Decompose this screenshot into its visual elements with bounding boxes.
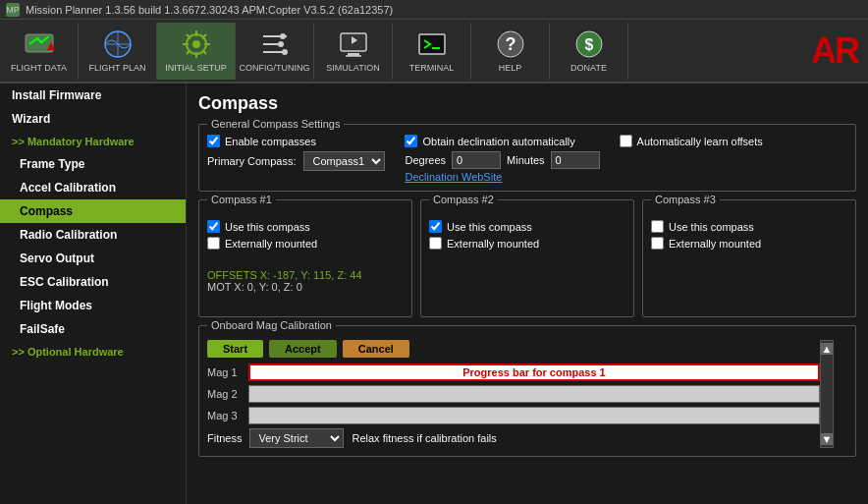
initial-setup-label: INITIAL SETUP xyxy=(165,63,227,73)
sidebar-item-frame-type[interactable]: Frame Type xyxy=(0,152,186,176)
compass3-panel: Compass #3 Use this compass Externally m… xyxy=(642,199,856,317)
toolbar-donate[interactable]: $ DONATE xyxy=(550,23,628,80)
minutes-label: Minutes xyxy=(507,154,545,166)
auto-learn-checkbox[interactable] xyxy=(620,135,632,147)
sidebar-item-flight-modes[interactable]: Flight Modes xyxy=(0,294,186,317)
declination-website-link[interactable]: Declination WebSite xyxy=(405,171,502,183)
sidebar-item-failsafe[interactable]: FailSafe xyxy=(0,317,186,341)
fitness-select[interactable]: Very Strict Strict Default Relaxed Very … xyxy=(249,428,344,448)
compass2-use-label: Use this compass xyxy=(447,221,532,233)
flight-plan-icon xyxy=(102,28,134,60)
general-settings-panel: General Compass Settings Enable compasse… xyxy=(198,124,856,192)
cancel-button[interactable]: Cancel xyxy=(343,340,409,358)
toolbar-simulation[interactable]: SIMULATION xyxy=(314,23,393,80)
toolbar: FLIGHT DATA FLIGHT PLAN INITIAL SETUP xyxy=(0,20,868,84)
svg-text:$: $ xyxy=(584,36,593,53)
mag1-progress-container: Progress bar for compass 1 xyxy=(248,364,820,381)
svg-point-4 xyxy=(192,40,200,48)
page-title: Compass xyxy=(198,93,856,114)
mag3-progress-container xyxy=(248,407,820,424)
compass2-ext-checkbox[interactable] xyxy=(429,237,442,250)
compass-panels: Compass #1 Use this compass Externally m… xyxy=(198,199,856,317)
relax-label: Relax fitness if calibration fails xyxy=(352,432,496,444)
initial-setup-icon xyxy=(181,28,212,60)
sidebar-item-wizard[interactable]: Wizard xyxy=(0,107,186,131)
mag3-label: Mag 3 xyxy=(207,410,243,421)
obtain-declination-checkbox[interactable] xyxy=(405,135,417,147)
simulation-icon xyxy=(338,28,369,60)
mag-cal-title: Onboard Mag Calibration xyxy=(207,319,336,331)
mag1-progress-text: Progress bar for compass 1 xyxy=(250,365,818,379)
mag-cal-scrollbar[interactable]: ▲ ▼ xyxy=(820,340,834,448)
terminal-icon xyxy=(416,28,448,60)
compass2-title: Compass #2 xyxy=(429,194,498,205)
compass3-use-checkbox[interactable] xyxy=(651,220,664,233)
donate-label: DONATE xyxy=(570,63,607,73)
mag2-progress-container xyxy=(248,385,820,403)
main-layout: Install Firmware Wizard >> Mandatory Har… xyxy=(0,84,868,504)
fitness-row: Fitness Very Strict Strict Default Relax… xyxy=(207,428,820,448)
minutes-input[interactable] xyxy=(551,151,600,169)
flight-plan-label: FLIGHT PLAN xyxy=(89,63,146,73)
scroll-up[interactable]: ▲ xyxy=(821,343,833,355)
mag1-label: Mag 1 xyxy=(207,366,243,378)
compass1-use-label: Use this compass xyxy=(225,221,310,233)
logo-text: AR xyxy=(811,30,858,72)
compass2-ext-label: Externally mounted xyxy=(447,238,539,250)
toolbar-flight-data[interactable]: FLIGHT DATA xyxy=(0,23,79,80)
sidebar-item-install-firmware[interactable]: Install Firmware xyxy=(0,84,186,107)
svg-rect-10 xyxy=(419,34,445,54)
simulation-label: SIMULATION xyxy=(326,63,379,73)
flight-data-icon xyxy=(24,28,55,60)
toolbar-terminal[interactable]: TERMINAL xyxy=(393,23,471,80)
toolbar-help[interactable]: ? HELP xyxy=(471,23,550,80)
general-settings-title: General Compass Settings xyxy=(207,118,344,130)
help-label: HELP xyxy=(499,63,522,73)
compass3-ext-label: Externally mounted xyxy=(669,238,761,250)
accept-button[interactable]: Accept xyxy=(269,340,337,358)
svg-point-5 xyxy=(280,33,286,39)
cal-buttons: Start Accept Cancel xyxy=(207,340,820,358)
enable-compasses-label: Enable compasses xyxy=(225,136,316,147)
sidebar-item-radio-cal[interactable]: Radio Calibration xyxy=(0,223,186,247)
degrees-label: Degrees xyxy=(405,154,446,166)
sidebar-item-servo-output[interactable]: Servo Output xyxy=(0,247,186,270)
app-icon: MP xyxy=(6,3,20,17)
primary-compass-label: Primary Compass: xyxy=(207,155,296,167)
flight-data-label: FLIGHT DATA xyxy=(11,63,67,73)
compass1-ext-checkbox[interactable] xyxy=(207,237,220,250)
compass1-title: Compass #1 xyxy=(207,194,276,205)
mag2-row: Mag 2 xyxy=(207,385,820,403)
degrees-input[interactable] xyxy=(452,151,501,169)
compass3-ext-checkbox[interactable] xyxy=(651,237,664,250)
donate-icon: $ xyxy=(573,28,605,60)
compass2-use-checkbox[interactable] xyxy=(429,220,442,233)
compass1-use-checkbox[interactable] xyxy=(207,220,220,233)
compass1-panel: Compass #1 Use this compass Externally m… xyxy=(198,199,412,317)
start-button[interactable]: Start xyxy=(207,340,263,358)
fitness-label: Fitness xyxy=(207,432,242,444)
mag3-row: Mag 3 xyxy=(207,407,820,424)
mag1-row: Mag 1 Progress bar for compass 1 xyxy=(207,364,820,381)
config-tuning-icon xyxy=(259,28,291,60)
sidebar-item-compass[interactable]: Compass xyxy=(0,199,186,223)
compass1-ext-label: Externally mounted xyxy=(225,238,317,250)
sidebar-item-accel-cal[interactable]: Accel Calibration xyxy=(0,176,186,199)
toolbar-initial-setup[interactable]: INITIAL SETUP xyxy=(157,23,236,80)
logo-area: AR xyxy=(628,30,868,72)
sidebar-item-mandatory-hw: >> Mandatory Hardware xyxy=(0,131,186,152)
config-tuning-label: CONFIG/TUNING xyxy=(240,63,310,73)
svg-text:?: ? xyxy=(505,34,515,54)
toolbar-flight-plan[interactable]: FLIGHT PLAN xyxy=(79,23,157,80)
enable-compasses-checkbox[interactable] xyxy=(207,135,220,147)
primary-compass-select[interactable]: Compass1 Compass2 Compass3 xyxy=(303,151,385,171)
terminal-label: TERMINAL xyxy=(409,63,455,73)
sidebar-item-esc-cal[interactable]: ESC Calibration xyxy=(0,270,186,294)
mag-cal-panel: Onboard Mag Calibration Start Accept Can… xyxy=(198,325,856,457)
toolbar-config-tuning[interactable]: CONFIG/TUNING xyxy=(236,23,314,80)
scroll-down[interactable]: ▼ xyxy=(821,433,833,445)
compass1-offsets: OFFSETS X: -187, Y: 115, Z: 44 xyxy=(207,269,404,281)
help-icon: ? xyxy=(495,28,526,60)
compass3-use-label: Use this compass xyxy=(669,221,754,233)
content-area: Compass General Compass Settings Enable … xyxy=(187,84,868,504)
